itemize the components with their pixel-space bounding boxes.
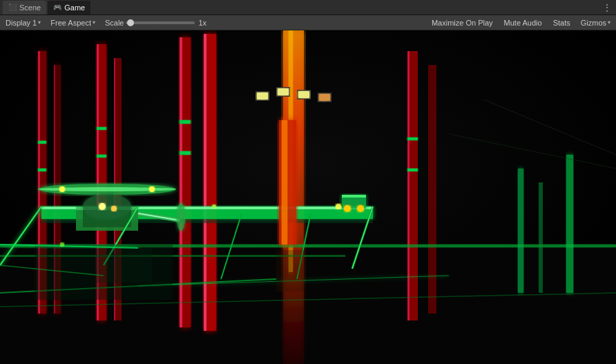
- svg-point-82: [60, 242, 64, 247]
- tab-game-label: Game: [64, 3, 85, 12]
- svg-rect-57: [298, 91, 309, 98]
- svg-rect-14: [204, 34, 206, 331]
- svg-point-28: [83, 194, 131, 219]
- stats-label: Stats: [553, 19, 570, 27]
- mute-label: Mute Audio: [504, 19, 542, 27]
- svg-rect-67: [407, 169, 418, 171]
- svg-rect-50: [279, 120, 296, 245]
- svg-rect-59: [319, 94, 330, 101]
- svg-point-49: [357, 205, 364, 212]
- svg-point-33: [149, 186, 155, 192]
- game-tab-icon: 🎮: [53, 3, 61, 11]
- svg-rect-53: [257, 93, 268, 99]
- game-scene: [0, 30, 616, 364]
- scale-control: Scale 1x: [102, 18, 209, 28]
- maximize-label: Maximize On Play: [432, 19, 493, 27]
- tab-overflow-button[interactable]: ⋮: [601, 1, 613, 14]
- svg-rect-65: [180, 151, 191, 155]
- stats-button[interactable]: Stats: [550, 18, 574, 28]
- scene-tab-icon: ⬛: [8, 3, 17, 11]
- svg-rect-66: [407, 137, 418, 140]
- svg-point-83: [336, 204, 341, 209]
- scale-label: Scale: [105, 19, 124, 27]
- mute-audio-button[interactable]: Mute Audio: [501, 18, 546, 28]
- overflow-icon: ⋮: [602, 2, 612, 13]
- svg-rect-77: [97, 248, 152, 282]
- svg-rect-63: [97, 155, 106, 157]
- svg-point-81: [212, 204, 216, 209]
- game-toolbar: Display 1 ▾ Free Aspect ▾ Scale 1x Maxim…: [0, 15, 616, 30]
- gizmos-dropdown[interactable]: Gizmos ▾: [578, 18, 613, 28]
- maximize-on-play-button[interactable]: Maximize On Play: [428, 18, 497, 28]
- gizmos-label: Gizmos: [581, 19, 606, 27]
- svg-rect-61: [38, 169, 46, 171]
- game-viewport: [0, 30, 616, 364]
- scale-slider[interactable]: [126, 21, 195, 24]
- gizmos-dropdown-arrow: ▾: [608, 19, 610, 26]
- aspect-dropdown-arrow: ▾: [93, 19, 95, 26]
- svg-rect-60: [38, 141, 46, 144]
- display-dropdown-arrow: ▾: [38, 19, 41, 26]
- svg-rect-78: [276, 250, 304, 291]
- tab-scene-label: Scene: [19, 3, 41, 12]
- svg-rect-51: [282, 120, 287, 245]
- svg-rect-73: [566, 155, 573, 293]
- scale-slider-thumb: [127, 19, 134, 26]
- svg-rect-16: [407, 51, 410, 320]
- svg-point-34: [99, 203, 106, 210]
- svg-point-32: [59, 186, 65, 192]
- svg-rect-72: [539, 182, 543, 293]
- svg-point-24: [38, 187, 176, 191]
- scale-value: 1x: [198, 19, 206, 27]
- svg-rect-62: [97, 127, 106, 130]
- svg-point-35: [111, 206, 117, 211]
- display-dropdown[interactable]: Display 1 ▾: [3, 18, 44, 28]
- tab-game[interactable]: 🎮 Game: [48, 1, 90, 15]
- display-label: Display 1: [6, 19, 37, 27]
- svg-rect-55: [278, 88, 289, 95]
- aspect-label: Free Aspect: [50, 19, 91, 27]
- tab-scene[interactable]: ⬛ Scene: [3, 1, 46, 15]
- svg-rect-47: [342, 195, 366, 198]
- aspect-dropdown[interactable]: Free Aspect ▾: [48, 18, 98, 28]
- svg-rect-71: [518, 169, 523, 293]
- tab-bar: ⬛ Scene 🎮 Game ⋮: [0, 0, 616, 15]
- svg-rect-64: [180, 120, 191, 124]
- svg-point-31: [177, 203, 185, 231]
- svg-point-48: [344, 205, 351, 212]
